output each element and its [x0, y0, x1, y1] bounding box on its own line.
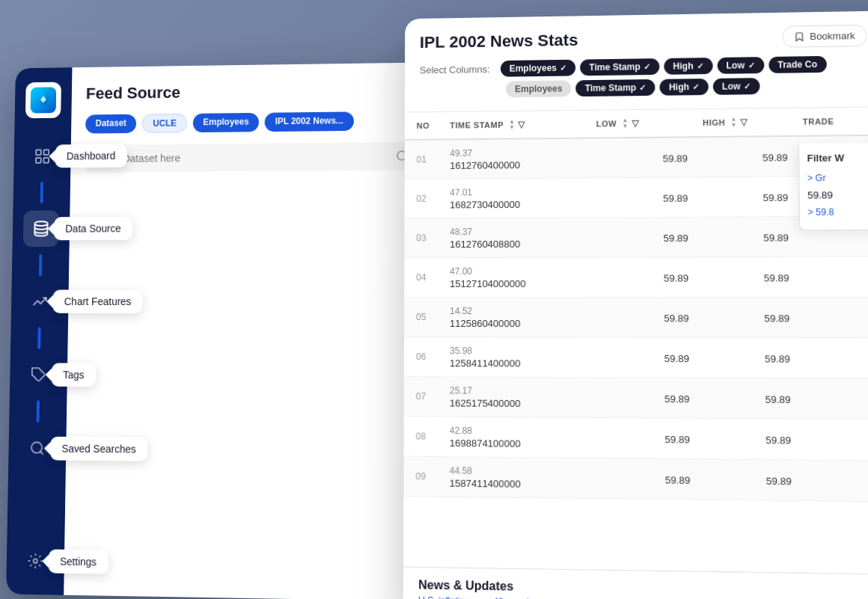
cell-timestamp-val: 1612760408800: [450, 238, 520, 254]
svg-rect-2: [36, 158, 41, 163]
cell-high: 59.89: [705, 419, 807, 460]
select-columns-label: Select Columns:: [420, 64, 490, 76]
chips-row-1: Select Columns: Employees Time Stamp Hig…: [420, 55, 867, 78]
cell-timestamp-val: 15127104000000: [450, 277, 526, 293]
bookmark-label: Bookmark: [810, 30, 855, 42]
cell-timestamp-val: 1612760400000: [450, 159, 520, 176]
tag-ucle[interactable]: UCLE: [142, 114, 188, 133]
bookmark-icon: [794, 31, 805, 42]
filter-option-1[interactable]: > Gr: [807, 169, 868, 186]
chip-timestamp-2[interactable]: Time Stamp: [576, 79, 655, 96]
cell-no: 08: [416, 431, 450, 442]
col-high: HIGH ▲ ▼ ▽: [703, 116, 803, 129]
low-filter-icon[interactable]: ▽: [632, 118, 639, 129]
filter-panel: Filter W > Gr 59.89 > 59.8: [798, 143, 868, 230]
cell-high-val: 59.89: [664, 272, 689, 288]
cell-timestamp: 35.98 1258411400000: [450, 337, 597, 377]
cell-low-top: 35.98: [450, 341, 521, 356]
cell-high: 59.89: [704, 257, 805, 297]
cell-low-top: 42.88: [450, 420, 521, 436]
right-panel: IPL 2002 News Stats Bookmark Select Colu…: [403, 11, 868, 599]
cell-timestamp: 47.01 1682730400000: [450, 178, 596, 218]
cell-timestamp-val: 1698874100000: [450, 437, 521, 453]
cell-high: 59.89: [703, 217, 804, 257]
chip-employees-2[interactable]: Employees: [506, 80, 572, 97]
timestamp-filter-icon[interactable]: ▽: [518, 120, 525, 130]
table-row: 06 35.98 1258411400000 59.89 59.89: [404, 337, 868, 379]
table-row: 04 47.00 15127104000000 59.89 59.89: [404, 257, 868, 298]
timestamp-sort[interactable]: ▲ ▼: [509, 119, 515, 131]
cell-timestamp-val: 1682730400000: [450, 198, 520, 214]
chip-low-1[interactable]: Low: [717, 57, 764, 74]
high-filter-icon[interactable]: ▽: [740, 117, 748, 127]
col-trade: TRADE: [803, 115, 865, 128]
high-sort[interactable]: ▲ ▼: [730, 117, 737, 129]
cell-high-val: 59.89: [663, 192, 688, 208]
table-row: 07 25.17 1625175400000 59.89 59.89: [404, 377, 868, 420]
sidebar: Dashboard Data Source: [6, 67, 72, 595]
svg-point-4: [34, 221, 47, 226]
search-bar[interactable]: [85, 142, 419, 173]
search-input[interactable]: [95, 150, 390, 165]
tag-ipl[interactable]: IPL 2002 News...: [265, 111, 354, 132]
cell-no: 05: [416, 312, 450, 322]
dashboard-tooltip: Dashboard: [55, 144, 126, 168]
table-header: NO TIME STAMP ▲ ▼ ▽ LOW ▲ ▼ ▽: [405, 107, 868, 141]
chip-timestamp-1[interactable]: Time Stamp: [580, 58, 659, 76]
svg-rect-3: [43, 158, 49, 163]
cell-low-top: 47.00: [450, 261, 526, 276]
chip-high-1[interactable]: High: [664, 58, 712, 75]
chip-high-2[interactable]: High: [660, 79, 709, 96]
cell-high-val: 59.89: [664, 313, 689, 328]
cell-no: 01: [417, 154, 450, 165]
cell-timestamp: 25.17 1625175400000: [450, 377, 598, 417]
cell-no: 03: [416, 233, 450, 243]
cell-no: 02: [416, 194, 450, 204]
col-low: LOW ▲ ▼ ▽: [596, 117, 703, 129]
cell-trade: [807, 440, 868, 440]
cell-low: 59.89: [597, 418, 705, 458]
cell-no: 07: [416, 391, 450, 402]
cell-low-top: 25.17: [450, 381, 521, 396]
cell-high-val: 59.89: [664, 393, 690, 409]
cell-high: 59.89: [703, 137, 803, 176]
cell-high: 59.89: [703, 176, 804, 216]
cell-timestamp-val: 1258411400000: [450, 357, 521, 373]
right-header: IPL 2002 News Stats Bookmark Select Colu…: [405, 11, 868, 113]
cell-low-top: 48.37: [450, 221, 520, 236]
tag-employees[interactable]: Employees: [193, 113, 260, 132]
cell-high: 59.89: [704, 338, 806, 378]
bookmark-button[interactable]: Bookmark: [783, 25, 867, 48]
filter-option-2[interactable]: > 59.8: [807, 203, 868, 221]
cell-high-val: 59.89: [663, 153, 688, 168]
tags-tooltip: Tags: [52, 363, 97, 387]
cell-high: 59.89: [706, 459, 807, 500]
panel-title: IPL 2002 News Stats: [420, 31, 578, 52]
cell-timestamp: 47.00 15127104000000: [450, 258, 597, 297]
cell-low-top: 49.37: [450, 143, 520, 159]
low-sort[interactable]: ▲ ▼: [622, 117, 629, 129]
cell-timestamp: 49.37 1612760400000: [450, 138, 596, 178]
cell-trade: [807, 480, 868, 481]
col-no: NO: [417, 120, 450, 132]
left-panel: Dashboard Data Source: [6, 62, 435, 599]
tag-dataset[interactable]: Dataset: [85, 114, 136, 134]
col-timestamp: TIME STAMP ▲ ▼ ▽: [450, 118, 596, 132]
cell-timestamp-val: 1125860400000: [450, 318, 521, 334]
cell-timestamp: 42.88 1698874100000: [450, 417, 598, 458]
chip-tradeco-1[interactable]: Trade Co: [768, 56, 827, 73]
table-row: 09 44.58 1587411400000 59.89 59.89: [403, 457, 868, 503]
chart-tooltip: Chart Features: [52, 289, 143, 313]
cell-timestamp: 44.58 1587411400000: [450, 457, 598, 498]
cell-timestamp: 48.37 1612760408800: [450, 218, 596, 257]
news-section: News & Updates U.S. inflation near 40-ye…: [403, 567, 868, 599]
svg-rect-0: [36, 150, 41, 155]
chip-employees-1[interactable]: Employees: [501, 60, 576, 77]
chip-low-2[interactable]: Low: [713, 78, 760, 95]
table-row: 08 42.88 1698874100000 59.89 59.89: [404, 417, 868, 461]
cell-no: 04: [416, 272, 450, 283]
cell-low: 59.89: [598, 458, 706, 500]
app-logo[interactable]: [25, 82, 61, 119]
feed-content: Feed Source Dataset UCLE Employees IPL 2…: [64, 62, 434, 599]
title-row: IPL 2002 News Stats Bookmark: [420, 25, 867, 53]
